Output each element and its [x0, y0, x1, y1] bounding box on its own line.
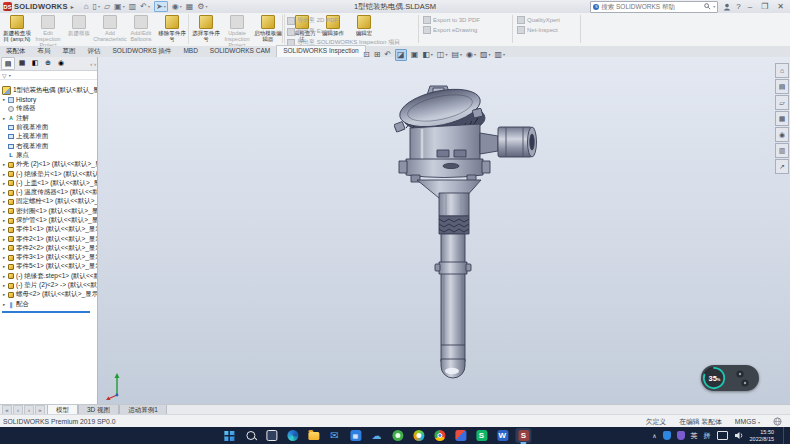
options-qa-icon[interactable]: ⚙: [197, 2, 207, 11]
help-search-box[interactable]: S ▾: [590, 1, 718, 13]
zoom-area-icon[interactable]: ⊞: [374, 50, 381, 60]
ribbon-tab[interactable]: 布局: [32, 46, 57, 57]
edit-appearance-icon[interactable]: ◉: [466, 50, 476, 60]
display-icon[interactable]: [717, 431, 728, 440]
new-document-qa-icon[interactable]: ▯: [93, 2, 100, 11]
tree-item[interactable]: ▸ (-) 温度传感器<1> (默认<<默认>_: [0, 188, 97, 197]
ribbon-button[interactable]: 移除零件序号: [157, 14, 187, 44]
tray-chevron-icon[interactable]: ∧: [652, 432, 656, 439]
speaker-icon[interactable]: [734, 431, 744, 440]
ribbon-tab[interactable]: 装配体: [0, 46, 32, 57]
ribbon-tab[interactable]: 评估: [82, 46, 107, 57]
export-item[interactable]: 导出至 2D PDF: [287, 16, 400, 25]
export-item[interactable]: Export eDrawing: [423, 26, 480, 34]
wps-icon[interactable]: S: [473, 428, 489, 443]
display-style-icon[interactable]: ◫: [437, 50, 448, 60]
tree-item[interactable]: ▸ History: [0, 95, 97, 104]
tree-filter[interactable]: ▽ ▾: [0, 71, 97, 80]
input-language[interactable]: 英: [691, 431, 698, 441]
clock[interactable]: 15:50 2022/8/15: [750, 429, 774, 442]
tree-item[interactable]: 传感器: [0, 104, 97, 113]
minimize-button[interactable]: –: [746, 2, 754, 11]
tree-item[interactable]: ▸ 零件3<1> (默认<<默认>_显示状态: [0, 253, 97, 262]
tree-item[interactable]: ▸ 零件1<1> (默认<<默认>_显示状态: [0, 225, 97, 234]
tree-item[interactable]: ▸ (-) 绝缘套.step<1> (默认<<默认>: [0, 272, 97, 281]
dynamic-annotation-views-icon[interactable]: ▣: [411, 50, 419, 60]
word-icon[interactable]: W: [494, 428, 510, 443]
home-icon[interactable]: ⌂: [775, 63, 789, 78]
task-view-icon[interactable]: [263, 428, 279, 443]
custom-properties-icon[interactable]: ▥: [775, 143, 789, 158]
design-library-icon[interactable]: ▱: [775, 95, 789, 110]
tree-item[interactable]: ▸ 密封圈<1> (默认<<默认>_显示状: [0, 207, 97, 216]
ribbon-button[interactable]: Edit Inspection Project: [33, 14, 63, 48]
select-qa-icon[interactable]: ➤: [154, 1, 168, 12]
view-settings-icon[interactable]: ▥: [495, 50, 506, 60]
security-shield-icon[interactable]: [677, 431, 685, 440]
ime-indicator[interactable]: 拼: [704, 431, 711, 441]
start-icon[interactable]: [221, 428, 237, 443]
search-icon[interactable]: [242, 428, 258, 443]
ribbon-tab[interactable]: MBD: [177, 46, 203, 57]
dimxpertmanager-tab[interactable]: ⊕: [42, 57, 54, 68]
tree-item[interactable]: 上视基准面: [0, 132, 97, 141]
tree-item[interactable]: ▸ 零件5<1> (默认<<默认>_显示状态: [0, 262, 97, 271]
configurationmanager-tab[interactable]: ◧: [29, 57, 41, 68]
ribbon-button[interactable]: 新建模板: [64, 14, 94, 44]
tree-item[interactable]: ▸ A 注解: [0, 114, 97, 123]
tree-item[interactable]: L 原点: [0, 151, 97, 160]
tree-item[interactable]: ▸ 固定螺栓<1> (默认<<默认>_显示状: [0, 197, 97, 206]
apply-scene-icon[interactable]: ▨: [480, 50, 491, 60]
login-user-icon[interactable]: [723, 3, 731, 11]
undo-qa-icon[interactable]: ↶: [140, 2, 150, 11]
ribbon-button[interactable]: 选择零件序号: [188, 14, 221, 44]
ribbon-tab[interactable]: SOLIDWORKS 插件: [107, 46, 178, 57]
print-qa-icon[interactable]: ▥: [129, 2, 137, 11]
capcut-icon[interactable]: [452, 428, 468, 443]
export-item[interactable]: 导出至 Excel: [287, 27, 400, 36]
tree-item[interactable]: ▸ 零件2<2> (默认<<默认>_显示状态: [0, 244, 97, 253]
file-explorer-icon[interactable]: ▦: [775, 111, 789, 126]
export-item[interactable]: Net-Inspect: [517, 26, 560, 34]
show-desktop-button[interactable]: [783, 427, 787, 444]
home-qa-icon[interactable]: ⌂: [84, 2, 89, 11]
close-button[interactable]: ✕: [775, 2, 786, 11]
tree-item[interactable]: ▸ 螺母<2> (默认<<默认>_显示状态: [0, 290, 97, 299]
appearances-icon[interactable]: ◉: [775, 127, 789, 142]
graphics-viewport[interactable]: ⊡⊞↶◪▣◧◫▤◉▨▥: [98, 57, 790, 404]
previous-view-icon[interactable]: ↶: [384, 50, 391, 60]
restore-button[interactable]: ❐: [759, 2, 770, 11]
search-input[interactable]: [601, 3, 702, 10]
tree-rollback-bar[interactable]: [2, 311, 90, 313]
antivirus-shield-icon[interactable]: [663, 431, 671, 440]
chrome-icon[interactable]: [431, 428, 447, 443]
ribbon-button[interactable]: Add Characteristic: [95, 14, 125, 44]
rebuild-qa-icon[interactable]: ◉: [172, 2, 182, 11]
help-button[interactable]: ?: [736, 2, 740, 11]
save-qa-icon[interactable]: ▣: [114, 2, 125, 11]
browser-360-icon[interactable]: [410, 428, 426, 443]
solidworks-icon[interactable]: S: [515, 428, 531, 443]
resources-icon[interactable]: ▤: [775, 79, 789, 94]
tree-item[interactable]: ▸ (-) 上盖<1> (默认<<默认>_显: [0, 179, 97, 188]
forum-icon[interactable]: ↗: [775, 159, 789, 174]
hide-show-items-icon[interactable]: ▤: [451, 50, 462, 60]
tree-item[interactable]: ▸ 保护管<1> (默认<<默认>_显示状: [0, 216, 97, 225]
tree-item[interactable]: ▸ 外壳 (2)<1> (默认<<默认>_显示状: [0, 160, 97, 169]
export-item[interactable]: QualityXpert: [517, 16, 560, 24]
tree-item[interactable]: 前视基准面: [0, 123, 97, 132]
propertymanager-tab[interactable]: ▦: [16, 57, 28, 68]
ribbon-tab[interactable]: SOLIDWORKS CAM: [204, 46, 276, 57]
thermocouple-model[interactable]: [394, 81, 544, 393]
edge-icon[interactable]: [284, 428, 300, 443]
ribbon-button[interactable]: Add/Edit Balloons: [126, 14, 156, 44]
ribbon-button[interactable]: 新建检查项目 (amp;N): [2, 14, 32, 44]
browser-green-icon[interactable]: [389, 428, 405, 443]
globe-icon[interactable]: [773, 417, 782, 426]
file-properties-qa-icon[interactable]: ▦: [186, 2, 194, 11]
displaymanager-tab[interactable]: ◉: [55, 57, 67, 68]
tree-item[interactable]: 右视基准面: [0, 141, 97, 150]
view-orientation-icon[interactable]: ◧: [422, 50, 433, 60]
zoom-fit-icon[interactable]: ⊡: [363, 50, 370, 60]
tree-item[interactable]: ▸ (-) 绝缘垫片<1> (默认<<默认>_显: [0, 169, 97, 178]
